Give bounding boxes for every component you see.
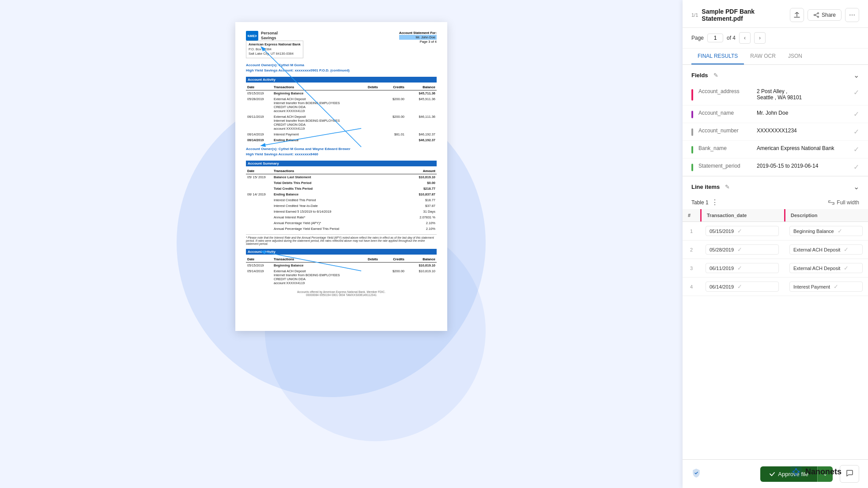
fields-title: Fields	[691, 72, 708, 79]
table-row: Interest Credited This Period $18.77	[246, 197, 437, 203]
table-row: Annual Percentage Yield Earned This Peri…	[246, 226, 437, 232]
field-value-address: 2 Post Alley ,Seattle , WA 98101	[757, 88, 848, 101]
field-check-address: ✓	[853, 88, 859, 97]
row-date-2: 05/28/2019 ✓	[700, 240, 784, 259]
pdf-account-owner-2: Account Owner(s): Cythel M Goma and Wayn…	[246, 146, 437, 157]
pdf-activity-table-2: Date Transactions Debits Credits Balance…	[246, 256, 437, 286]
prev-page-button[interactable]: ‹	[739, 32, 751, 44]
table-row: Interest Earned 5 15/2019 to 6/14/2019 3…	[246, 209, 437, 214]
row-num-3: 3	[683, 259, 700, 277]
field-name-statement-period: Statement_period	[698, 163, 751, 169]
col-header-desc: Description	[784, 209, 868, 221]
pdf-statement-for: Account Statement For: Mr. John Doe Page…	[399, 31, 437, 44]
results-body: Fields ✎ ⌄ Account_address 2 Post Alley …	[683, 65, 868, 459]
results-title: Sample PDF Bank Statement.pdf	[702, 8, 790, 22]
comment-button[interactable]	[840, 465, 859, 483]
amex-logo-text: PersonalSavings	[261, 31, 278, 41]
fields-section-header: Fields ✎ ⌄	[683, 65, 868, 84]
tabs-row: FINAL RESULTS RAW OCR JSON	[683, 49, 868, 65]
desc-input-1[interactable]: Beginning Balance ✓	[789, 226, 863, 236]
table-row: 05/14/2019 External ACH DepositInternet …	[246, 268, 437, 286]
field-row-address: Account_address 2 Post Alley ,Seattle , …	[683, 84, 868, 105]
upload-button[interactable]	[790, 8, 804, 22]
table-row: 05/28/2019 External ACH DepositInternet …	[246, 96, 437, 114]
field-indicator-bank-name	[691, 146, 693, 154]
fields-toggle-icon[interactable]: ⌄	[853, 71, 859, 79]
row-num-2: 2	[683, 240, 700, 259]
field-row-account-name: Account_name Mr. John Doe ✓	[683, 105, 868, 123]
field-row-bank-name: Bank_name American Express National Bank…	[683, 141, 868, 158]
row-date-4: 06/14/2019 ✓	[700, 278, 784, 296]
field-check-statement-period: ✓	[853, 163, 859, 171]
table-controls: Table 1 ⋮ Full width	[683, 195, 868, 209]
tab-final-results[interactable]: FINAL RESULTS	[691, 49, 744, 64]
table-row: 06/14/2019 Interest Payment $81.01 $46,1…	[246, 131, 437, 137]
more-options-button[interactable]: ⋯	[845, 8, 859, 22]
field-name-account-name: Account_name	[698, 110, 751, 116]
table-row: Interest Credited Year-to-Date $37.87	[246, 203, 437, 209]
table-row: 06/ 14/ 2019 Ending Balance $10,837.87	[246, 191, 437, 197]
line-items-edit-icon[interactable]: ✎	[725, 184, 730, 190]
table-row: Total Debits This Period $0.00	[246, 180, 437, 186]
share-button[interactable]: Share	[808, 9, 842, 21]
field-indicator-account-name	[691, 111, 693, 118]
line-item-row-3: 3 06/11/2019 ✓ External ACH Deposit ✓	[683, 259, 868, 278]
table-row: Annual Percentage Yield (APY)* 2.10%	[246, 220, 437, 226]
table-row: 05/15/2019 Beginning Balance $10,619.10	[246, 262, 437, 268]
pdf-activity-table-1: Date Transactions Debits Credits Balance…	[246, 84, 437, 143]
tab-raw-ocr[interactable]: RAW OCR	[744, 49, 782, 64]
field-value-statement-period: 2019-05-15 to 2019-06-14	[757, 163, 848, 169]
amex-logo: AMEX PersonalSavings	[246, 31, 303, 41]
svg-point-7	[817, 16, 819, 18]
fields-edit-icon[interactable]: ✎	[713, 72, 718, 79]
row-date-3: 06/11/2019 ✓	[700, 259, 784, 277]
desc-input-3[interactable]: External ACH Deposit ✓	[789, 263, 863, 273]
desc-input-2[interactable]: External ACH Deposit ✓	[789, 244, 863, 255]
field-value-account-name: Mr. John Doe	[757, 110, 848, 116]
header-actions: Share ⋯	[790, 8, 859, 22]
row-desc-2: External ACH Deposit ✓	[784, 240, 868, 259]
pdf-summary-table: Date Transactions Amount 05/ 15/ 2019 Ba…	[246, 168, 437, 232]
full-width-button[interactable]: Full width	[828, 199, 859, 206]
svg-rect-10	[790, 466, 802, 477]
table-row: Annual Interest Rate* 2.07831 %	[246, 214, 437, 220]
nanonets-logo: Nanonets	[790, 466, 842, 477]
nanonets-icon	[790, 466, 802, 477]
table-row: 06/11/2019 External ACH DepositInternet …	[246, 114, 437, 131]
field-value-bank-name: American Express National Bank	[757, 145, 848, 151]
page-indicator: 1/1	[691, 12, 698, 18]
svg-text:AMEX: AMEX	[248, 34, 257, 38]
svg-point-5	[817, 13, 819, 14]
pagination-row: Page of 4 ‹ ›	[683, 28, 868, 49]
table-row: 05/15/2019 Beginning Balance $45,711.36	[246, 90, 437, 96]
svg-line-9	[815, 15, 817, 17]
line-item-row-2: 2 05/28/2019 ✓ External ACH Deposit ✓	[683, 240, 868, 259]
pdf-activity-header-2: Account Activity	[246, 249, 437, 255]
date-input-3[interactable]: 06/11/2019 ✓	[706, 263, 779, 273]
line-item-row-1: 1 05/15/2019 ✓ Beginning Balance ✓	[683, 222, 868, 240]
table-row: 06/14/2019 Ending Balance $46,192.37	[246, 137, 437, 143]
field-row-account-number: Account_number XXXXXXXX1234 ✓	[683, 123, 868, 141]
page-input[interactable]	[707, 34, 723, 42]
tab-json[interactable]: JSON	[782, 49, 808, 64]
field-check-account-number: ✓	[853, 128, 859, 136]
field-row-statement-period: Statement_period 2019-05-15 to 2019-06-1…	[683, 158, 868, 176]
table-label: Table 1 ⋮	[691, 198, 718, 206]
desc-input-4[interactable]: Interest Payment ✓	[789, 282, 863, 292]
line-items-title: Line items	[691, 184, 720, 190]
security-icon	[691, 468, 701, 480]
row-desc-1: Beginning Balance ✓	[784, 222, 868, 240]
pdf-summary-header: Account Summary	[246, 161, 437, 166]
table-more-button[interactable]: ⋮	[711, 198, 718, 206]
next-page-button[interactable]: ›	[754, 32, 766, 44]
field-value-account-number: XXXXXXXX1234	[757, 128, 848, 134]
date-input-4[interactable]: 06/14/2019 ✓	[706, 282, 779, 292]
nanonets-label: Nanonets	[805, 467, 842, 477]
field-check-account-name: ✓	[853, 110, 859, 118]
pdf-document: AMEX PersonalSavings American Express Na…	[235, 22, 447, 331]
date-input-1[interactable]: 05/15/2019 ✓	[706, 226, 779, 236]
table-row: 05/ 15/ 2019 Balance Last Statement $10,…	[246, 174, 437, 180]
date-input-2[interactable]: 05/28/2019 ✓	[706, 244, 779, 255]
field-indicator-account-number	[691, 128, 693, 136]
line-items-toggle-icon[interactable]: ⌄	[853, 183, 859, 191]
